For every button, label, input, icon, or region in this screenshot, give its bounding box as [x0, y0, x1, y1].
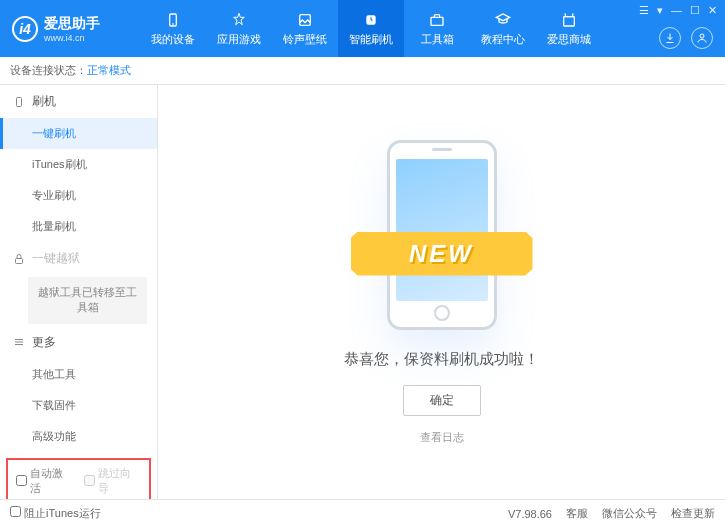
footer-link-update[interactable]: 检查更新 — [671, 506, 715, 521]
sidebar-item-batch[interactable]: 批量刷机 — [0, 211, 157, 242]
user-button[interactable] — [691, 27, 713, 49]
window-controls: ☰ ▾ — ☐ ✕ — [639, 4, 717, 17]
sidebar-item-other[interactable]: 其他工具 — [0, 359, 157, 390]
status-label: 设备连接状态： — [10, 63, 87, 78]
svg-rect-2 — [300, 14, 311, 25]
main-nav: 我的设备 应用游戏 铃声壁纸 智能刷机 工具箱 教程中心 爱思商城 — [140, 0, 602, 57]
svg-rect-5 — [564, 16, 575, 25]
sidebar-group-more[interactable]: 更多 — [0, 326, 157, 359]
sidebar-item-advanced[interactable]: 高级功能 — [0, 421, 157, 452]
apps-icon — [230, 11, 248, 29]
sidebar: 刷机 一键刷机 iTunes刷机 专业刷机 批量刷机 一键越狱 越狱工具已转移至… — [0, 85, 158, 499]
wallpaper-icon — [296, 11, 314, 29]
view-log-link[interactable]: 查看日志 — [420, 430, 464, 445]
sidebar-group-flash[interactable]: 刷机 — [0, 85, 157, 118]
flash-group-icon — [12, 95, 26, 109]
new-banner: NEW — [351, 232, 533, 276]
minimize-icon[interactable]: — — [671, 4, 682, 17]
store-icon — [560, 11, 578, 29]
dropdown-icon[interactable]: ▾ — [657, 4, 663, 17]
sidebar-item-download[interactable]: 下载固件 — [0, 390, 157, 421]
options-box: 自动激活 跳过向导 — [6, 458, 151, 499]
app-url: www.i4.cn — [44, 33, 100, 43]
svg-point-6 — [700, 34, 704, 38]
nav-tutorials[interactable]: 教程中心 — [470, 0, 536, 57]
success-message: 恭喜您，保资料刷机成功啦！ — [344, 350, 539, 369]
svg-rect-8 — [16, 258, 23, 263]
sidebar-item-oneclick[interactable]: 一键刷机 — [0, 118, 157, 149]
nav-toolbox[interactable]: 工具箱 — [404, 0, 470, 57]
footer-link-wechat[interactable]: 微信公众号 — [602, 506, 657, 521]
nav-store[interactable]: 爱思商城 — [536, 0, 602, 57]
sidebar-group-jailbreak[interactable]: 一键越狱 — [0, 242, 157, 275]
block-itunes-checkbox[interactable]: 阻止iTunes运行 — [10, 506, 101, 521]
nav-ringtones[interactable]: 铃声壁纸 — [272, 0, 338, 57]
maximize-icon[interactable]: ☐ — [690, 4, 700, 17]
header-actions — [659, 27, 713, 49]
skip-guide-checkbox[interactable]: 跳过向导 — [84, 466, 142, 496]
flash-icon — [362, 11, 380, 29]
auto-activate-checkbox[interactable]: 自动激活 — [16, 466, 74, 496]
nav-apps[interactable]: 应用游戏 — [206, 0, 272, 57]
logo-area: i4 爱思助手 www.i4.cn — [0, 15, 140, 43]
download-button[interactable] — [659, 27, 681, 49]
more-icon — [12, 335, 26, 349]
status-bar: 设备连接状态： 正常模式 — [0, 57, 725, 85]
status-value: 正常模式 — [87, 63, 131, 78]
nav-my-device[interactable]: 我的设备 — [140, 0, 206, 57]
footer-link-support[interactable]: 客服 — [566, 506, 588, 521]
ok-button[interactable]: 确定 — [403, 385, 481, 416]
menu-icon[interactable]: ☰ — [639, 4, 649, 17]
version-label: V7.98.66 — [508, 508, 552, 520]
app-title: 爱思助手 — [44, 15, 100, 33]
logo-icon: i4 — [12, 16, 38, 42]
sidebar-item-itunes[interactable]: iTunes刷机 — [0, 149, 157, 180]
app-header: i4 爱思助手 www.i4.cn 我的设备 应用游戏 铃声壁纸 智能刷机 工具… — [0, 0, 725, 57]
svg-rect-7 — [17, 97, 22, 106]
phone-illustration: NEW — [387, 140, 497, 330]
sidebar-jailbreak-note[interactable]: 越狱工具已转移至工具箱 — [28, 277, 147, 324]
close-icon[interactable]: ✕ — [708, 4, 717, 17]
lock-icon — [12, 252, 26, 266]
device-icon — [164, 11, 182, 29]
svg-rect-4 — [431, 17, 443, 25]
toolbox-icon — [428, 11, 446, 29]
sidebar-item-pro[interactable]: 专业刷机 — [0, 180, 157, 211]
main-content: NEW 恭喜您，保资料刷机成功啦！ 确定 查看日志 — [158, 85, 725, 499]
footer: 阻止iTunes运行 V7.98.66 客服 微信公众号 检查更新 — [0, 499, 725, 527]
nav-flash[interactable]: 智能刷机 — [338, 0, 404, 57]
tutorial-icon — [494, 11, 512, 29]
